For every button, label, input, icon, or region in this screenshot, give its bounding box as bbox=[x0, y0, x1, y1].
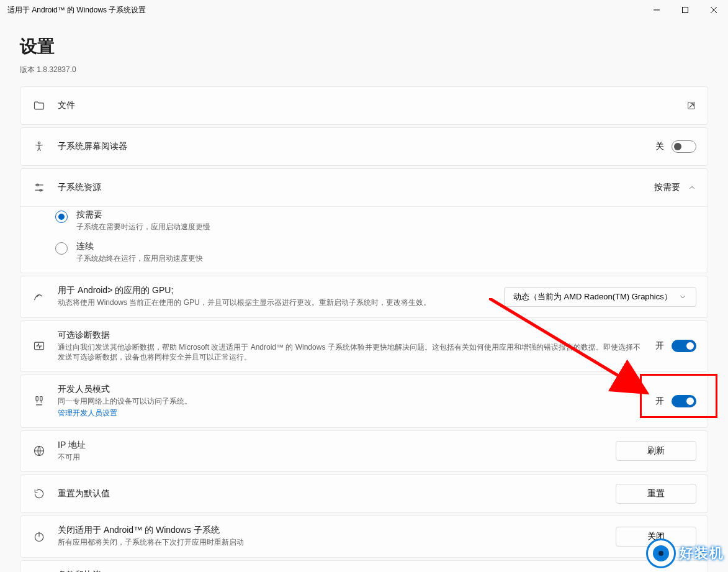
developer-toggle[interactable] bbox=[672, 395, 696, 407]
chevron-up-icon bbox=[688, 183, 696, 192]
open-external-icon bbox=[686, 101, 696, 111]
diagnostics-state: 开 bbox=[655, 340, 664, 352]
settings-list: 文件 子系统屏幕阅读器 关 子系统资源 按需要 bbox=[0, 86, 728, 572]
resources-value: 按需要 bbox=[654, 182, 680, 193]
power-icon bbox=[32, 530, 47, 543]
diagnostics-title: 可选诊断数据 bbox=[58, 330, 644, 341]
gpu-icon bbox=[32, 291, 47, 303]
files-label: 文件 bbox=[58, 100, 675, 111]
undo-icon bbox=[32, 488, 47, 500]
developer-link[interactable]: 管理开发人员设置 bbox=[58, 408, 644, 419]
refresh-button[interactable]: 刷新 bbox=[616, 441, 696, 461]
screenreader-card: 子系统屏幕阅读器 关 bbox=[20, 127, 708, 166]
diagnostics-card: 可选诊断数据 通过向我们发送其他诊断数据，帮助 Microsoft 改进适用于 … bbox=[20, 320, 708, 373]
reset-card: 重置为默认值 重置 bbox=[20, 474, 708, 513]
resources-option-ondemand[interactable]: 按需要 子系统在需要时运行，应用启动速度更慢 bbox=[55, 209, 696, 232]
terms-card: 条款和协议 Microsoft 软件许可条款 | Microsoft 隐私声明 … bbox=[20, 560, 708, 572]
ip-desc: 不可用 bbox=[58, 452, 604, 463]
window-controls bbox=[642, 0, 728, 20]
gpu-dropdown[interactable]: 动态（当前为 AMD Radeon(TM) Graphics） bbox=[504, 287, 696, 307]
gpu-card: 用于 Android> 的应用的 GPU; 动态将使用 Windows 当前正在… bbox=[20, 276, 708, 318]
ip-title: IP 地址 bbox=[58, 440, 604, 451]
screenreader-label: 子系统屏幕阅读器 bbox=[58, 141, 644, 152]
page-header: 设置 版本 1.8.32837.0 bbox=[0, 20, 728, 86]
developer-state: 开 bbox=[655, 396, 664, 407]
screenreader-state: 关 bbox=[655, 141, 664, 152]
diagnostics-desc: 通过向我们发送其他诊断数据，帮助 Microsoft 改进适用于 Android… bbox=[58, 342, 644, 363]
heart-rate-icon bbox=[32, 340, 47, 352]
resources-card: 子系统资源 按需要 按需要 子系统在需要时运行，应用启动速度更慢 连续 子系统始… bbox=[20, 168, 708, 273]
radio-unselected[interactable] bbox=[55, 242, 68, 255]
watermark-logo-icon bbox=[646, 538, 676, 568]
resources-label: 子系统资源 bbox=[58, 182, 643, 193]
developer-desc: 同一专用网络上的设备可以访问子系统。 bbox=[58, 396, 644, 407]
shutdown-desc: 所有应用都将关闭，子系统将在下次打开应用时重新启动 bbox=[58, 537, 604, 548]
title-bar: 适用于 Android™ 的 Windows 子系统设置 bbox=[0, 0, 728, 20]
watermark-text: 好装机 bbox=[680, 544, 724, 563]
chevron-down-icon bbox=[678, 293, 687, 301]
globe-icon bbox=[32, 445, 47, 457]
svg-point-5 bbox=[38, 142, 40, 144]
sliders-icon bbox=[32, 181, 47, 194]
window-title: 适用于 Android™ 的 Windows 子系统设置 bbox=[7, 5, 146, 16]
ip-card: IP 地址 不可用 刷新 bbox=[20, 430, 708, 472]
resources-options: 按需要 子系统在需要时运行，应用启动速度更慢 连续 子系统始终在运行，应用启动速… bbox=[20, 206, 708, 273]
reset-title: 重置为默认值 bbox=[58, 488, 604, 499]
resources-option-continuous[interactable]: 连续 子系统始终在运行，应用启动速度更快 bbox=[55, 241, 696, 264]
developer-title: 开发人员模式 bbox=[58, 384, 644, 395]
radio-selected[interactable] bbox=[55, 211, 68, 223]
shutdown-title: 关闭适用于 Android™ 的 Windows 子系统 bbox=[58, 525, 604, 536]
resources-header[interactable]: 子系统资源 按需要 bbox=[20, 169, 708, 206]
svg-rect-12 bbox=[40, 397, 42, 401]
developer-card: 开发人员模式 同一专用网络上的设备可以访问子系统。 管理开发人员设置 开 bbox=[20, 375, 708, 428]
minimize-button[interactable] bbox=[642, 0, 671, 20]
shutdown-card: 关闭适用于 Android™ 的 Windows 子系统 所有应用都将关闭，子系… bbox=[20, 515, 708, 558]
terms-title: 条款和协议 bbox=[58, 570, 696, 572]
watermark: 好装机 bbox=[646, 538, 724, 568]
page-title: 设置 bbox=[20, 35, 708, 58]
gpu-desc: 动态将使用 Windows 当前正在使用的 GPU，并且可以根据主显示器进行更改… bbox=[58, 297, 493, 308]
maximize-button[interactable] bbox=[671, 0, 699, 20]
svg-rect-1 bbox=[683, 7, 688, 13]
accessibility-icon bbox=[32, 140, 47, 153]
close-button[interactable] bbox=[699, 0, 728, 20]
diagnostics-toggle[interactable] bbox=[672, 340, 696, 352]
version-label: 版本 1.8.32837.0 bbox=[20, 65, 708, 75]
screenreader-toggle[interactable] bbox=[672, 140, 696, 153]
folder-icon bbox=[32, 99, 47, 112]
developer-icon bbox=[32, 395, 47, 407]
gpu-title: 用于 Android> 的应用的 GPU; bbox=[58, 285, 493, 296]
reset-button[interactable]: 重置 bbox=[616, 484, 696, 504]
svg-rect-11 bbox=[36, 397, 38, 401]
files-card[interactable]: 文件 bbox=[20, 86, 708, 125]
